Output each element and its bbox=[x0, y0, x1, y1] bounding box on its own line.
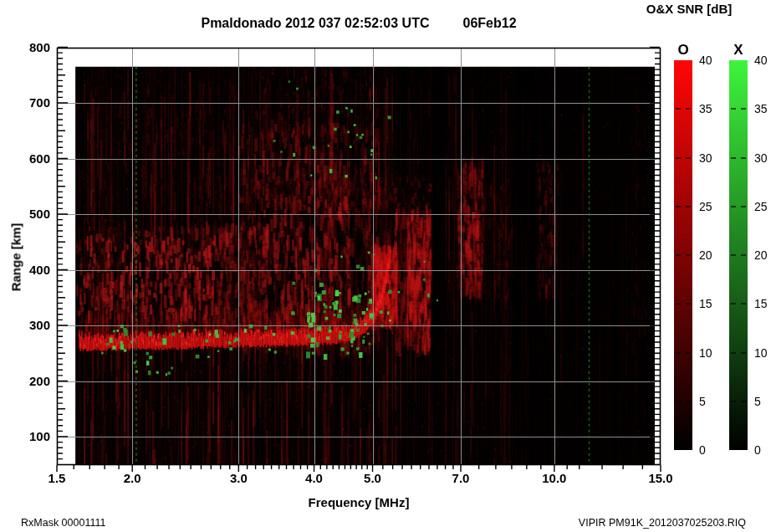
chart-title: Pmaldonado 2012 037 02:52:03 UTC bbox=[201, 16, 429, 31]
x-tick-label: 15.0 bbox=[641, 471, 681, 485]
colorbar-tick-mark bbox=[676, 206, 681, 207]
y-axis-title: Range [km] bbox=[9, 216, 23, 299]
x-tick-label: 3.0 bbox=[218, 471, 258, 485]
y-tick-label: 600 bbox=[17, 151, 50, 166]
rxmask-label: RxMask 00001111 bbox=[21, 517, 105, 529]
colorbar-tick-label: 15 bbox=[699, 297, 726, 310]
x-tick-label: 5.0 bbox=[353, 471, 393, 485]
colorbar-tick-mark bbox=[731, 401, 736, 402]
colorbar-tick-mark bbox=[686, 206, 691, 207]
colorbar-tick-mark bbox=[676, 157, 681, 159]
colorbar-tick-label: 30 bbox=[754, 151, 771, 165]
colorbar-title: O&X SNR [dB] bbox=[607, 2, 771, 16]
x-axis-title: Frequency [MHz] bbox=[57, 495, 661, 509]
chart-title-row: Pmaldonado 2012 037 02:52:03 UTC 06Feb12 bbox=[57, 16, 661, 31]
colorbar-tick-label: 35 bbox=[699, 102, 726, 115]
colorbar-tick-label: 20 bbox=[699, 248, 726, 262]
colorbar-tick-mark bbox=[741, 254, 746, 256]
colorbar-tick-mark bbox=[676, 401, 681, 402]
filename-label: VIPIR PM91K_2012037025203.RIQ bbox=[579, 517, 746, 529]
colorbar-tick-label: 0 bbox=[754, 443, 771, 457]
colorbar-tick-mark bbox=[686, 108, 691, 110]
x-tick-label: 4.0 bbox=[294, 471, 334, 485]
y-tick-label: 700 bbox=[17, 95, 50, 110]
y-tick-label: 200 bbox=[17, 374, 50, 388]
colorbar-tick-mark bbox=[731, 254, 736, 256]
colorbar-tick-mark bbox=[686, 303, 691, 304]
colorbar-tick-mark bbox=[676, 108, 681, 110]
colorbar-tick-label: 5 bbox=[754, 395, 771, 408]
colorbar-tick-mark bbox=[676, 352, 681, 354]
colorbar-tick-mark bbox=[731, 157, 736, 159]
colorbar-tick-label: 10 bbox=[699, 346, 726, 360]
x-tick-label: 2.0 bbox=[112, 471, 152, 485]
colorbar-tick-mark bbox=[686, 401, 691, 402]
colorbar-tick-mark bbox=[741, 157, 746, 159]
colorbar-tick-mark bbox=[741, 352, 746, 354]
y-tick-label: 400 bbox=[17, 263, 50, 277]
colorbar-tick-mark bbox=[741, 206, 746, 207]
colorbar-tick-mark bbox=[686, 352, 691, 354]
colorbar-tick-label: 20 bbox=[754, 248, 771, 262]
x-tick-label: 1.5 bbox=[37, 471, 77, 485]
colorbar-tick-mark bbox=[741, 401, 746, 402]
colorbar-tick-mark bbox=[741, 303, 746, 304]
colorbar-tick-mark bbox=[731, 108, 736, 110]
colorbar-tick-mark bbox=[741, 108, 746, 110]
x-tick-label: 10.0 bbox=[534, 471, 574, 485]
x-tick-label: 7.0 bbox=[441, 471, 481, 485]
colorbar-tick-mark bbox=[731, 352, 736, 354]
colorbar-tick-mark bbox=[686, 254, 691, 256]
colorbar-tick-mark bbox=[731, 206, 736, 207]
colorbar-tick-label: 25 bbox=[754, 200, 771, 213]
colorbar-tick-mark bbox=[676, 303, 681, 304]
colorbar-tick-label: 25 bbox=[699, 200, 726, 213]
ionogram-plot bbox=[0, 0, 771, 532]
colorbar-tick-label: 40 bbox=[699, 54, 726, 67]
colorbar-tick-label: 35 bbox=[754, 102, 771, 115]
colorbar-tick-mark bbox=[686, 157, 691, 159]
colorbar-tick-mark bbox=[676, 254, 681, 256]
colorbar-tick-label: 15 bbox=[754, 297, 771, 310]
y-tick-label: 300 bbox=[17, 318, 50, 332]
y-tick-label: 100 bbox=[17, 429, 50, 443]
colorbar-tick-label: 40 bbox=[754, 54, 771, 67]
colorbar-tick-label: 0 bbox=[699, 443, 726, 457]
y-tick-label: 800 bbox=[17, 40, 50, 54]
colorbar-tick-label: 5 bbox=[699, 395, 726, 408]
colorbar-mode-label-X: X bbox=[726, 42, 751, 59]
chart-date: 06Feb12 bbox=[462, 16, 516, 31]
colorbar-tick-mark bbox=[731, 303, 736, 304]
colorbar-mode-label-O: O bbox=[671, 42, 696, 59]
ionogram-page: { "footer": { "left": "RxMask 00001111",… bbox=[0, 0, 771, 532]
y-tick-label: 500 bbox=[17, 207, 50, 221]
colorbar-tick-label: 30 bbox=[699, 151, 726, 165]
colorbar-tick-label: 10 bbox=[754, 346, 771, 360]
